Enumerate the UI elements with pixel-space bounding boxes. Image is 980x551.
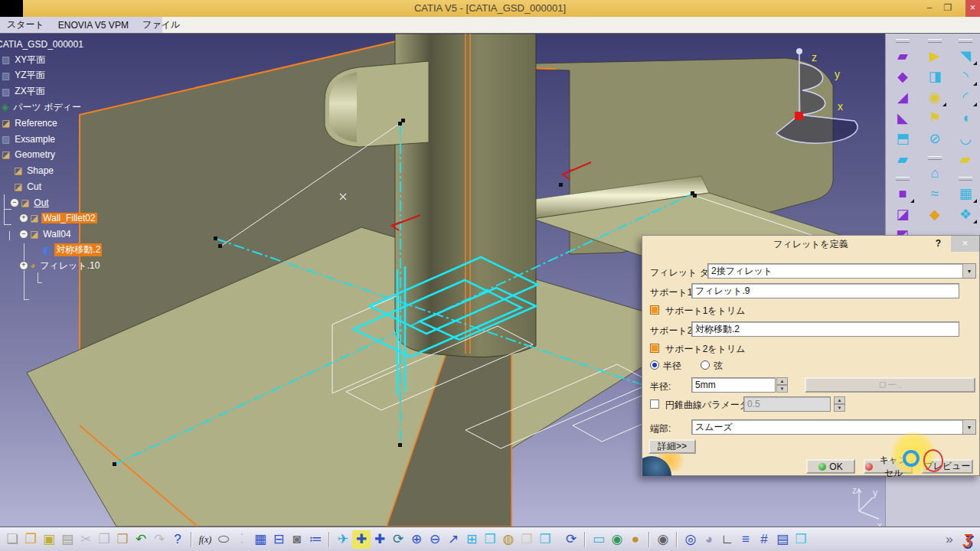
chord-radio[interactable] [701, 360, 710, 370]
menu-start[interactable]: スタート [0, 18, 51, 31]
options-dots-icon[interactable]: ⁚ [233, 530, 251, 549]
fillet-type-combo[interactable]: 2接フィレット ▼ [707, 263, 976, 279]
wedge-b-icon[interactable]: ◣ [891, 108, 914, 128]
flyout-arrow-icon[interactable] [973, 61, 977, 65]
chevron-down-icon[interactable]: ▼ [962, 420, 975, 434]
chevron-down-icon[interactable]: ▼ [962, 264, 975, 278]
sweep-arrow-icon[interactable]: ◥ [954, 46, 977, 66]
radius-spinner[interactable]: ▲▼ [776, 377, 788, 393]
toolbar-grab-handle[interactable] [959, 39, 972, 43]
minimize-button[interactable]: – [922, 2, 937, 15]
flyout-arrow-icon[interactable] [910, 199, 914, 203]
pin-point-icon[interactable]: ◆ [923, 204, 946, 224]
dialog-help-icon[interactable]: ? [936, 238, 941, 249]
flyout-arrow-icon[interactable] [973, 82, 977, 86]
navigate-sphere-icon[interactable]: ◕ [700, 530, 718, 549]
tree-item-wall04[interactable]: −◪Wall04 [19, 227, 73, 240]
copy-icon[interactable]: ❐ [95, 530, 113, 549]
rotate-box-icon[interactable]: ⟳ [562, 530, 580, 549]
tree-item-label[interactable]: フィレット.10 [38, 259, 101, 272]
tree-expander-icon[interactable]: + [19, 261, 28, 270]
tree-item-catia_gsd_000001[interactable]: CATIA_GSD_000001 [0, 37, 85, 51]
tree-item-reference[interactable]: ◪Reference [2, 117, 59, 130]
surface-split-icon[interactable]: ◆ [891, 67, 914, 86]
capture-icon[interactable]: ◉ [654, 530, 672, 549]
design-table-icon[interactable]: ▦ [251, 530, 270, 549]
dome-up-icon[interactable]: ⌂ [923, 163, 946, 183]
cube-icon[interactable]: ❒ [792, 530, 810, 549]
toolbar-grab-handle[interactable] [928, 39, 942, 43]
fit-all-in-icon[interactable]: ✚ [352, 530, 371, 549]
flyout-arrow-icon[interactable] [973, 103, 977, 106]
wedge-a-icon[interactable]: ◢ [891, 87, 914, 107]
extrude-box-icon[interactable]: ◨ [923, 67, 946, 86]
toolbar-grab-handle[interactable] [896, 39, 910, 43]
flyout-arrow-icon[interactable] [973, 220, 977, 223]
extremity-combo[interactable]: スムーズ ▼ [691, 419, 976, 435]
axis-system-icon[interactable]: ∟ [718, 530, 737, 549]
iso-view-icon[interactable]: ❒ [481, 530, 499, 549]
toolbar-grab-handle[interactable] [928, 156, 942, 160]
conic-checkbox[interactable] [650, 399, 659, 409]
work-grid-icon[interactable]: # [755, 530, 773, 549]
pan-icon[interactable]: ✚ [371, 530, 389, 549]
tree-item-wall_fillet02[interactable]: +◪Wall_Fillet02 [19, 212, 97, 225]
tree-expander-icon[interactable]: − [10, 198, 19, 207]
stairs-surface-icon[interactable]: ▰ [891, 46, 914, 66]
tree-item-label[interactable]: 対称移動.2 [54, 243, 102, 256]
tree-item-label[interactable]: Geometry [13, 149, 57, 160]
formula-icon[interactable]: f(x) [196, 530, 214, 549]
toolbar-grab-handle[interactable] [959, 177, 972, 181]
zoom-in-icon[interactable]: ⊕ [407, 530, 426, 549]
ok-button[interactable]: OK [806, 459, 855, 474]
rotate-icon[interactable]: ⟳ [389, 530, 407, 549]
radius-radio[interactable] [650, 360, 659, 370]
save-icon[interactable]: ▣ [40, 530, 58, 549]
render-style-icon[interactable]: ◍ [499, 530, 518, 549]
undo-icon[interactable]: ↶ [132, 530, 150, 549]
tree-item-label[interactable]: ZX平面 [13, 85, 46, 98]
flag-curve-icon[interactable]: ⚑ [923, 108, 946, 128]
cut-icon[interactable]: ✂ [77, 530, 95, 549]
levels-icon[interactable]: ≡ [737, 530, 755, 549]
menu-enovia[interactable]: ENOVIA V5 VPM [51, 20, 136, 31]
normal-view-icon[interactable]: ↗ [444, 530, 462, 549]
toolbar-grab-handle[interactable] [896, 177, 910, 181]
tilted-bar-icon[interactable]: ▰ [954, 149, 977, 169]
tree-item-label[interactable]: Exsample [13, 134, 57, 145]
print-icon[interactable]: ▤ [58, 530, 77, 549]
tree-item--2[interactable]: ◧対称移動.2 [43, 243, 102, 256]
flyout-arrow-icon[interactable] [973, 199, 977, 203]
tree-item-label[interactable]: Wall04 [41, 229, 72, 240]
tree-item-label[interactable]: XY平面 [13, 54, 47, 67]
flyout-arrow-icon[interactable] [942, 103, 946, 106]
what-is-this-icon[interactable]: ? [168, 530, 187, 549]
measure-icon[interactable]: ▭ [590, 530, 608, 549]
comment-icon[interactable]: ⬭ [214, 530, 233, 549]
tree-item-label[interactable]: YZ平面 [13, 69, 46, 82]
overflow-chevron-icon[interactable]: » [940, 530, 959, 549]
zoom-out-icon[interactable]: ⊖ [426, 530, 444, 549]
bend-arc-icon[interactable]: ◝ [954, 67, 977, 86]
tree-item--10[interactable]: +◕フィレット.10 [19, 259, 101, 272]
shade-2-icon[interactable]: ❒ [536, 530, 554, 549]
layers-icon[interactable]: ≈ [923, 184, 946, 204]
tree-item-cut[interactable]: ◪Cut [14, 180, 43, 193]
fold-a-icon[interactable]: ◪ [891, 204, 914, 224]
support1-input[interactable]: フィレット.9 [691, 283, 959, 298]
tree-expander-icon[interactable]: − [19, 230, 28, 239]
close-button[interactable]: × [965, 0, 980, 17]
trim-cut-icon[interactable]: ❖ [954, 204, 977, 224]
trim-support1-checkbox[interactable] [650, 305, 659, 315]
menu-file[interactable]: ファイル [136, 18, 187, 31]
redo-icon[interactable]: ↷ [150, 530, 168, 549]
tree-item-exsample[interactable]: ▨Exsample [2, 132, 57, 145]
rounded-bar-icon[interactable]: ▰ [891, 149, 914, 169]
support2-input[interactable]: 対称移動.2 [691, 321, 959, 337]
tree-item-geometry[interactable]: ◪Geometry [2, 148, 57, 161]
tree-item-xy-[interactable]: ▨XY平面 [2, 54, 47, 67]
tree-item-yz-[interactable]: ▨YZ平面 [2, 69, 47, 82]
tree-item--[interactable]: ◈パーツ ボディー [2, 101, 83, 114]
dome-b-icon[interactable]: ◡ [954, 129, 977, 148]
tree-item-label[interactable]: Shape [25, 165, 55, 176]
